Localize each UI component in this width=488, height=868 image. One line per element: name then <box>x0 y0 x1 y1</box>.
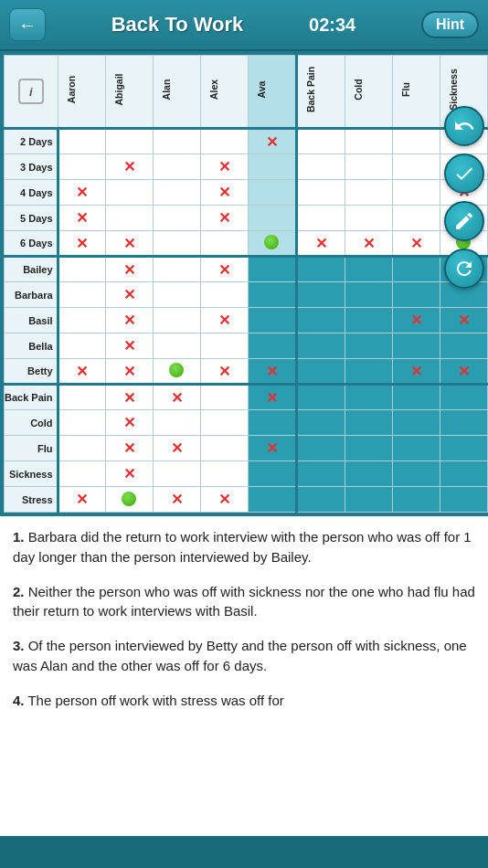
cell-6days-flu[interactable]: ✕ <box>392 231 440 257</box>
cell-stress-backpain[interactable] <box>296 487 345 513</box>
cell-bella-alan[interactable] <box>153 333 200 359</box>
cell-4days-abigail[interactable] <box>105 180 153 206</box>
cell-2days-aaron[interactable] <box>58 129 105 154</box>
cell-2days-ava[interactable]: ✕ <box>248 129 296 154</box>
cell-bailey-aaron[interactable] <box>58 257 105 282</box>
cell-4days-cold[interactable] <box>345 180 392 206</box>
cell-flu-flu[interactable] <box>392 436 440 461</box>
cell-5days-ava[interactable] <box>248 206 296 231</box>
cell-3days-aaron[interactable] <box>58 154 105 180</box>
cell-flu-ava[interactable]: ✕ <box>248 436 296 461</box>
cell-6days-aaron[interactable]: ✕ <box>58 231 105 257</box>
cell-basil-flu[interactable]: ✕ <box>392 308 440 333</box>
cell-6days-alex[interactable] <box>200 231 248 257</box>
cell-flu-abigail[interactable]: ✕ <box>105 436 153 461</box>
cell-barbara-aaron[interactable] <box>58 282 105 308</box>
undo-button[interactable] <box>444 106 484 146</box>
cell-cold-sickness[interactable] <box>440 410 487 436</box>
cell-bella-abigail[interactable]: ✕ <box>105 333 153 359</box>
cell-flu-alex[interactable] <box>200 436 248 461</box>
cell-bella-ava[interactable] <box>248 333 296 359</box>
cell-cold-aaron[interactable] <box>58 410 105 436</box>
cell-bailey-alex[interactable]: ✕ <box>200 257 248 282</box>
cell-cold-alex[interactable] <box>200 410 248 436</box>
cell-backpain-sickness[interactable] <box>440 385 487 410</box>
cell-stress-ava[interactable] <box>248 487 296 513</box>
cell-4days-ava[interactable] <box>248 180 296 206</box>
cell-sickness-cold[interactable] <box>345 461 392 487</box>
cell-4days-alex[interactable]: ✕ <box>200 180 248 206</box>
cell-basil-alex[interactable]: ✕ <box>200 308 248 333</box>
cell-bella-flu[interactable] <box>392 333 440 359</box>
cell-4days-flu[interactable] <box>392 180 440 206</box>
cell-bailey-cold[interactable] <box>345 257 392 282</box>
cell-bella-aaron[interactable] <box>58 333 105 359</box>
cell-sickness-flu[interactable] <box>392 461 440 487</box>
cell-3days-ava[interactable] <box>248 154 296 180</box>
check-button[interactable] <box>444 153 484 194</box>
cell-2days-alex[interactable] <box>200 129 248 154</box>
cell-2days-flu[interactable] <box>392 129 440 154</box>
cell-sickness-sickness[interactable] <box>440 461 487 487</box>
cell-2days-cold[interactable] <box>345 129 392 154</box>
cell-betty-alan[interactable] <box>153 359 200 385</box>
cell-sickness-ava[interactable] <box>248 461 296 487</box>
cell-bailey-ava[interactable] <box>248 257 296 282</box>
cell-cold-backpain[interactable] <box>296 410 345 436</box>
cell-3days-alan[interactable] <box>153 154 200 180</box>
cell-barbara-backpain[interactable] <box>296 282 345 308</box>
cell-flu-backpain[interactable] <box>296 436 345 461</box>
cell-barbara-abigail[interactable]: ✕ <box>105 282 153 308</box>
cell-2days-abigail[interactable] <box>105 129 153 154</box>
cell-6days-alan[interactable] <box>153 231 200 257</box>
cell-3days-alex[interactable]: ✕ <box>200 154 248 180</box>
cell-5days-alex[interactable]: ✕ <box>200 206 248 231</box>
cell-sickness-aaron[interactable] <box>58 461 105 487</box>
cell-bailey-abigail[interactable]: ✕ <box>105 257 153 282</box>
cell-flu-cold[interactable] <box>345 436 392 461</box>
cell-stress-sickness[interactable] <box>440 487 487 513</box>
cell-bella-sickness[interactable] <box>440 333 487 359</box>
cell-betty-sickness[interactable]: ✕ <box>440 359 487 385</box>
cell-6days-cold[interactable]: ✕ <box>345 231 392 257</box>
cell-betty-backpain[interactable] <box>296 359 345 385</box>
cell-basil-cold[interactable] <box>345 308 392 333</box>
cell-flu-aaron[interactable] <box>58 436 105 461</box>
refresh-button[interactable] <box>444 249 484 289</box>
cell-betty-abigail[interactable]: ✕ <box>105 359 153 385</box>
cell-betty-cold[interactable] <box>345 359 392 385</box>
cell-barbara-alan[interactable] <box>153 282 200 308</box>
cell-basil-backpain[interactable] <box>296 308 345 333</box>
cell-2days-alan[interactable] <box>153 129 200 154</box>
cell-betty-ava[interactable]: ✕ <box>248 359 296 385</box>
cell-flu-sickness[interactable] <box>440 436 487 461</box>
cell-stress-aaron[interactable]: ✕ <box>58 487 105 513</box>
cell-bailey-backpain[interactable] <box>296 257 345 282</box>
edit-button[interactable] <box>444 201 484 241</box>
cell-cold-ava[interactable] <box>248 410 296 436</box>
cell-bella-backpain[interactable] <box>296 333 345 359</box>
cell-basil-sickness[interactable]: ✕ <box>440 308 487 333</box>
cell-cold-alan[interactable] <box>153 410 200 436</box>
cell-sickness-backpain[interactable] <box>296 461 345 487</box>
cell-basil-ava[interactable] <box>248 308 296 333</box>
cell-bella-alex[interactable] <box>200 333 248 359</box>
cell-4days-alan[interactable] <box>153 180 200 206</box>
cell-betty-aaron[interactable]: ✕ <box>58 359 105 385</box>
cell-backpain-cold[interactable] <box>345 385 392 410</box>
cell-stress-flu[interactable] <box>392 487 440 513</box>
cell-stress-alan[interactable]: ✕ <box>153 487 200 513</box>
cell-flu-alan[interactable]: ✕ <box>153 436 200 461</box>
cell-3days-flu[interactable] <box>392 154 440 180</box>
cell-cold-cold[interactable] <box>345 410 392 436</box>
cell-backpain-flu[interactable] <box>392 385 440 410</box>
cell-betty-flu[interactable]: ✕ <box>392 359 440 385</box>
cell-6days-abigail[interactable]: ✕ <box>105 231 153 257</box>
cell-3days-cold[interactable] <box>345 154 392 180</box>
cell-4days-aaron[interactable]: ✕ <box>58 180 105 206</box>
cell-basil-aaron[interactable] <box>58 308 105 333</box>
cell-5days-aaron[interactable]: ✕ <box>58 206 105 231</box>
cell-backpain-abigail[interactable]: ✕ <box>105 385 153 410</box>
cell-backpain-alan[interactable]: ✕ <box>153 385 200 410</box>
cell-backpain-backpain[interactable] <box>296 385 345 410</box>
